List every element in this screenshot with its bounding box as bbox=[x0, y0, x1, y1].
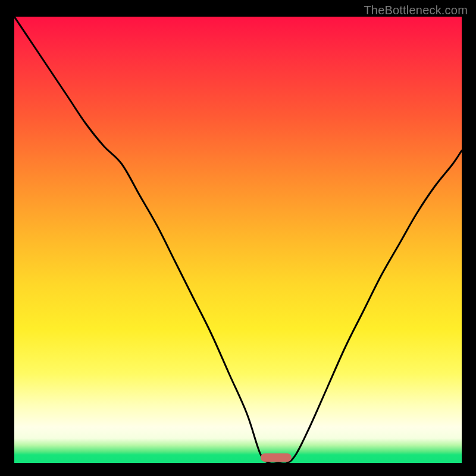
bottleneck-curve bbox=[14, 17, 462, 463]
chart-frame: TheBottleneck.com bbox=[0, 0, 476, 476]
plot-area bbox=[14, 17, 462, 463]
watermark-text: TheBottleneck.com bbox=[364, 4, 468, 17]
optimal-range-marker bbox=[261, 453, 292, 462]
curve-svg bbox=[14, 17, 462, 463]
